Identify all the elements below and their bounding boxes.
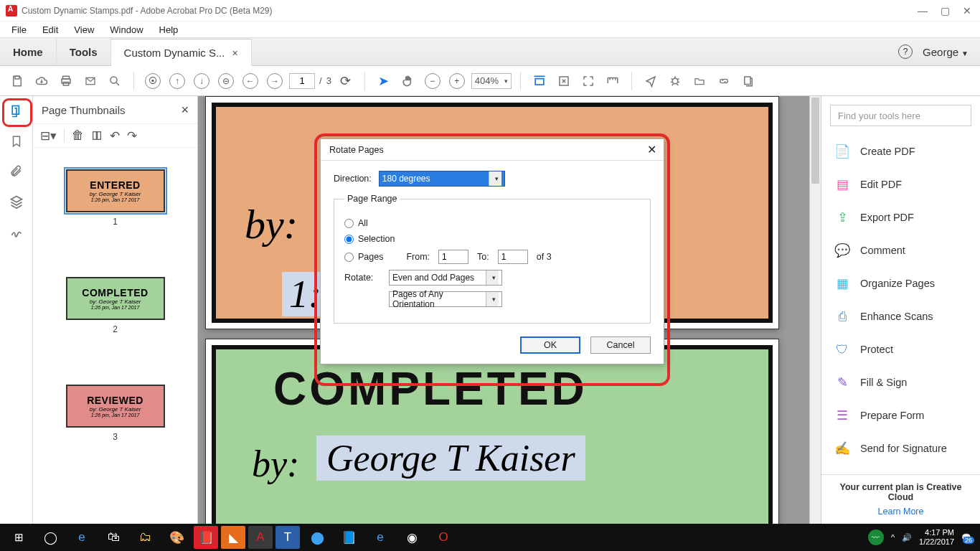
taskbar-acrobat-icon[interactable]: A: [248, 526, 273, 549]
thumb-rotate-ccw-icon[interactable]: ↶: [110, 128, 120, 143]
tray-notifications-icon[interactable]: 💬: [961, 533, 971, 542]
menu-window[interactable]: Window: [103, 23, 150, 37]
page-number-input[interactable]: [289, 73, 315, 89]
direction-select[interactable]: 180 degrees▾: [379, 171, 505, 187]
taskbar-app1-icon[interactable]: 📕: [194, 526, 218, 549]
window-controls: ― ▢ ✕: [918, 5, 974, 17]
menu-view[interactable]: View: [67, 23, 101, 37]
taskbar-app4-icon[interactable]: ⬤: [303, 526, 331, 549]
cancel-button[interactable]: Cancel: [590, 336, 651, 354]
thumbnail-item[interactable]: ENTERED by: George T Kaiser 1:26 pm, Jan…: [66, 169, 165, 227]
prev-view-icon[interactable]: ←: [240, 71, 260, 91]
to-input[interactable]: [498, 250, 528, 264]
thumb-extract-icon[interactable]: [91, 130, 103, 141]
read-mode-icon[interactable]: [603, 71, 623, 91]
print-icon[interactable]: [56, 71, 76, 91]
rotate-select[interactable]: Even and Odd Pages▾: [389, 270, 502, 286]
taskbar-opera-icon[interactable]: O: [429, 526, 458, 549]
from-input[interactable]: [438, 250, 468, 264]
taskbar-app5-icon[interactable]: 📘: [334, 526, 363, 549]
link-icon[interactable]: [714, 71, 734, 91]
maximize-button[interactable]: ▢: [941, 5, 950, 17]
page-down-icon[interactable]: ↓: [192, 71, 212, 91]
taskbar-ie-icon[interactable]: e: [366, 526, 395, 549]
taskbar-paint-icon[interactable]: 🎨: [162, 526, 191, 549]
taskbar-edge-icon[interactable]: e: [67, 526, 96, 549]
bookmarks-rail-icon[interactable]: [6, 131, 27, 152]
tray-chevron-icon[interactable]: ^: [891, 533, 895, 542]
tools-search-input[interactable]: Find your tools here: [830, 105, 971, 126]
next-view-icon[interactable]: →: [265, 71, 285, 91]
tool-fill-sign[interactable]: ✎Fill & Sign: [821, 366, 980, 399]
tool-edit-pdf[interactable]: ▤Edit PDF: [821, 168, 980, 201]
tool-export-pdf[interactable]: ⇪Export PDF: [821, 201, 980, 234]
tool-comment[interactable]: 💬Comment: [821, 234, 980, 267]
zoom-out-icon[interactable]: −: [423, 71, 443, 91]
menu-help[interactable]: Help: [152, 23, 186, 37]
attachments-rail-icon[interactable]: [6, 161, 27, 182]
tool-prepare-form[interactable]: ☰Prepare Form: [821, 399, 980, 432]
stamp-tool-icon[interactable]: [738, 71, 758, 91]
radio-all[interactable]: All: [344, 218, 640, 228]
share-icon[interactable]: [641, 71, 661, 91]
ok-button[interactable]: OK: [520, 336, 580, 354]
taskbar-chrome-icon[interactable]: ◉: [397, 526, 426, 549]
pointer-icon[interactable]: ➤: [374, 71, 394, 91]
thumbnail-item[interactable]: COMPLETED by: George T Kaiser 1:26 pm, J…: [66, 277, 165, 334]
fit-width-icon[interactable]: [529, 71, 550, 91]
tool-send-signature[interactable]: ✍Send for Signature: [821, 432, 980, 465]
cortana-icon[interactable]: ◯: [36, 526, 65, 549]
taskbar-explorer-icon[interactable]: 🗂: [131, 526, 159, 549]
search-icon[interactable]: [105, 71, 125, 91]
taskbar-app2-icon[interactable]: ◣: [221, 526, 245, 549]
tab-tools[interactable]: Tools: [57, 38, 111, 65]
minimize-button[interactable]: ―: [918, 5, 928, 17]
tray-status-icon[interactable]: 〰: [868, 529, 884, 545]
taskbar-store-icon[interactable]: 🛍: [99, 526, 128, 549]
zoom-input[interactable]: 404%▾: [471, 73, 512, 89]
tool-enhance-scans[interactable]: ⎙Enhance Scans: [821, 300, 980, 333]
first-page-icon[interactable]: ⦿: [143, 71, 163, 91]
cloud-icon[interactable]: [32, 71, 52, 91]
signatures-rail-icon[interactable]: [6, 221, 27, 242]
tool-protect[interactable]: 🛡Protect: [821, 333, 980, 366]
taskbar-app3-icon[interactable]: T: [275, 526, 300, 549]
fit-page-icon[interactable]: [554, 71, 574, 91]
learn-more-link[interactable]: Learn More: [829, 507, 973, 517]
tab-document[interactable]: Custom Dynamic S... ×: [111, 39, 252, 66]
open-icon[interactable]: [689, 71, 710, 91]
vertical-scrollbar[interactable]: [809, 96, 821, 524]
help-icon[interactable]: ?: [898, 44, 913, 59]
page-up-icon[interactable]: ↑: [167, 71, 187, 91]
layers-rail-icon[interactable]: [6, 191, 27, 212]
menu-file[interactable]: File: [4, 23, 34, 37]
zoom-in-icon[interactable]: +: [447, 71, 467, 91]
bug-icon[interactable]: [665, 71, 685, 91]
tray-volume-icon[interactable]: 🔊: [902, 533, 912, 542]
prepare-form-icon: ☰: [834, 408, 850, 423]
dialog-close-icon[interactable]: ✕: [647, 143, 656, 156]
tab-close-icon[interactable]: ×: [232, 47, 237, 59]
thumb-rotate-cw-icon[interactable]: ↷: [127, 128, 137, 143]
close-button[interactable]: ✕: [963, 5, 971, 17]
menu-edit[interactable]: Edit: [35, 23, 65, 37]
tool-create-pdf[interactable]: 📄Create PDF: [821, 135, 980, 168]
page-nav-icon[interactable]: ⊖: [216, 71, 236, 91]
fullscreen-icon[interactable]: [578, 71, 598, 91]
orientation-select[interactable]: Pages of Any Orientation▾: [389, 291, 502, 307]
save-icon[interactable]: [7, 71, 27, 91]
tool-organize-pages[interactable]: ▦Organize Pages: [821, 267, 980, 300]
radio-selection[interactable]: Selection: [344, 234, 640, 244]
thumb-options-icon[interactable]: ⊟▾: [40, 128, 57, 143]
user-menu[interactable]: George▼: [923, 46, 969, 58]
tray-clock[interactable]: 4:17 PM 1/22/2017: [919, 528, 954, 547]
refresh-icon[interactable]: ⟳: [336, 71, 356, 91]
start-button[interactable]: ⊞: [4, 526, 33, 549]
thumbnail-item[interactable]: REVIEWED by: George T Kaiser 1:26 pm, Ja…: [66, 385, 165, 442]
hand-icon[interactable]: [398, 71, 418, 91]
mail-icon[interactable]: [80, 71, 100, 91]
thumbnails-close-icon[interactable]: ×: [181, 103, 189, 118]
radio-pages[interactable]: Pages: [344, 252, 383, 262]
tab-home[interactable]: Home: [0, 38, 57, 65]
thumb-delete-icon[interactable]: 🗑: [72, 128, 84, 143]
